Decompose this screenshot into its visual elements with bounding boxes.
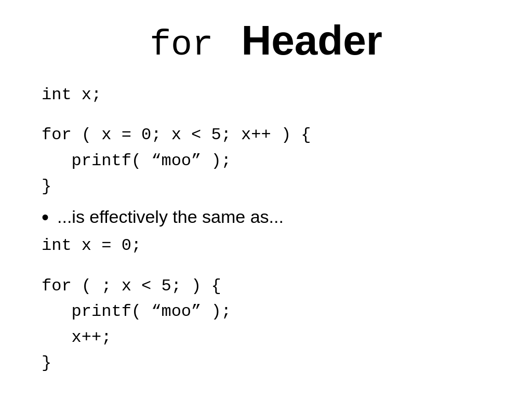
bullet-item: • ...is effectively the same as... (42, 205, 501, 230)
bullet-dot: • (42, 205, 49, 230)
code-line-for2: for ( ; x < 5; ) { (42, 273, 501, 299)
title-heading: Header (242, 17, 382, 63)
slide-title: for Header (31, 16, 501, 66)
code-block-4: for ( ; x < 5; ) { printf( “moo” ); x++;… (42, 273, 501, 376)
code-line-int-x-init: int x = 0; (42, 233, 501, 259)
code-line-for1: for ( x = 0; x < 5; x++ ) { (42, 122, 501, 148)
slide: for Header int x; for ( x = 0; x < 5; x+… (0, 0, 532, 399)
content-area: int x; for ( x = 0; x < 5; x++ ) { print… (31, 82, 501, 381)
code-line-close1: } (42, 174, 501, 200)
code-line-int-x: int x; (42, 82, 501, 108)
code-line-printf1: printf( “moo” ); (42, 148, 501, 174)
bullet-text: ...is effectively the same as... (57, 205, 284, 230)
code-block-2: for ( x = 0; x < 5; x++ ) { printf( “moo… (42, 122, 501, 200)
code-block-1: int x; (42, 82, 501, 108)
code-line-printf2: printf( “moo” ); (42, 299, 501, 325)
code-line-close2: } (42, 350, 501, 376)
title-code: for (150, 25, 213, 65)
code-block-3: int x = 0; (42, 233, 501, 259)
code-line-xpp: x++; (42, 325, 501, 351)
